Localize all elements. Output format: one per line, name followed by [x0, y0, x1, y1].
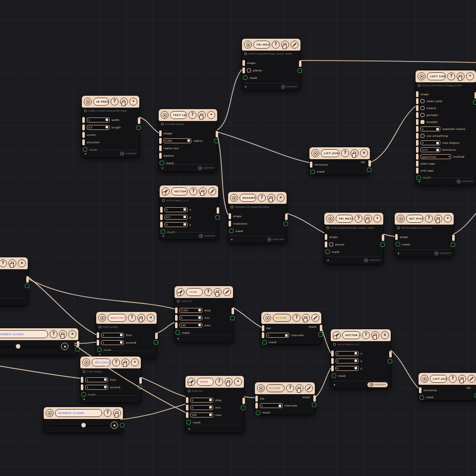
field-pin-icon[interactable]	[355, 367, 357, 369]
output-port[interactable]	[215, 215, 220, 220]
node-in-preset-get[interactable]: IN PRESET GET ? • makes a preset sized p…	[82, 96, 139, 157]
pin-button[interactable]: •	[444, 215, 452, 223]
wire-c-to-g[interactable]	[217, 134, 228, 215]
mask-port[interactable]	[243, 75, 247, 80]
closed-checkbox[interactable]	[420, 106, 424, 110]
node-header[interactable]: RESAMPLE ? ×	[228, 192, 287, 204]
output-port[interactable]	[298, 68, 302, 73]
x-field[interactable]: 0	[336, 351, 358, 356]
wire-edge-to-p[interactable]	[0, 366, 80, 378]
periodic-checkbox[interactable]	[420, 113, 424, 117]
wire-n-to-o[interactable]	[321, 327, 331, 353]
help-button[interactable]: ?	[447, 72, 455, 80]
copy-button[interactable]	[364, 215, 372, 223]
input-slot[interactable]	[160, 207, 163, 213]
node-header[interactable]: GROUP IN ? ×	[0, 257, 28, 269]
output-port[interactable]	[154, 340, 158, 345]
input-slot[interactable]	[159, 153, 162, 159]
node-header[interactable]: VECTOR IN ?	[160, 185, 218, 197]
input-slot[interactable]	[242, 67, 245, 73]
collapse-arrow[interactable]: ▾	[85, 152, 86, 155]
node-vector-in-2[interactable]: VECTOR IN ? × vector.make(x, y, z) 0x 0y…	[331, 329, 391, 388]
slider-track[interactable]	[2, 346, 59, 348]
wire-j-to-l[interactable]	[28, 277, 96, 335]
field-pin-icon[interactable]	[198, 316, 201, 319]
output-port[interactable]	[473, 100, 476, 105]
node-trim-1[interactable]: TRIM ? math.trim 0.001step 0min 100max m…	[175, 286, 233, 342]
wire-m-to-n[interactable]	[233, 307, 261, 327]
input-slot[interactable]	[82, 117, 85, 123]
node-remap-2[interactable]: REMAP ? list 1intervals mask result	[255, 382, 315, 415]
help-button[interactable]: ?	[449, 375, 457, 383]
output-slot[interactable]	[368, 160, 371, 167]
input-slot[interactable]	[331, 358, 334, 364]
use-smoothing-checkbox[interactable]	[420, 134, 424, 138]
pin-button[interactable]: •	[466, 72, 474, 80]
help-button[interactable]: ?	[272, 41, 280, 49]
collapse-arrow[interactable]: ▾	[163, 235, 164, 238]
copy-button[interactable]	[225, 378, 233, 386]
copy-button[interactable]	[458, 375, 466, 383]
close-button[interactable]: ×	[381, 331, 389, 339]
wire-g-to-h[interactable]	[287, 213, 324, 233]
make-solid-checkbox[interactable]	[420, 99, 424, 103]
help-button[interactable]: ?	[50, 330, 58, 338]
input-slot[interactable]	[310, 162, 312, 168]
output-slot[interactable]	[216, 131, 218, 137]
output-port[interactable]	[241, 406, 245, 410]
node-set-pivot-base[interactable]: SET PIVOT BASE ? • sets the shape pivot …	[395, 213, 454, 257]
output-slot[interactable]	[155, 333, 158, 339]
wire-j-to-m[interactable]	[28, 279, 175, 309]
input-slot[interactable]	[82, 132, 85, 138]
wire-p-to-q[interactable]	[141, 377, 185, 397]
node-header[interactable]: NUMBER SLIDER ? ×	[0, 328, 78, 340]
field-pin-icon[interactable]	[187, 139, 190, 142]
output-port[interactable]	[451, 242, 455, 247]
node-title[interactable]: REMAP	[273, 314, 291, 322]
wire-e-to-d[interactable]	[370, 106, 416, 163]
help-button[interactable]: ?	[188, 111, 196, 119]
output-slot[interactable]	[26, 276, 29, 283]
y-field[interactable]: 0.5	[165, 215, 187, 220]
node-header[interactable]: TRIM ? •	[185, 376, 244, 388]
close-button[interactable]: ×	[277, 194, 285, 202]
copy-button[interactable]	[214, 288, 222, 296]
node-title[interactable]: SET PIVOT BASE	[406, 215, 423, 223]
wire-c-to-a[interactable]	[217, 69, 242, 130]
input-slot[interactable]	[81, 384, 83, 390]
node-header[interactable]: LIST JOIN ?	[418, 373, 476, 385]
x-field[interactable]: 0	[165, 207, 187, 212]
separate-seams-field[interactable]: 1	[420, 126, 440, 131]
node-multiply-1[interactable]: MULTIPLY ? × math.multiply 2first 1secon…	[96, 312, 157, 358]
field-pin-icon[interactable]	[183, 208, 186, 211]
input-slot[interactable]	[97, 340, 99, 346]
input-slot[interactable]	[416, 133, 418, 139]
copy-button[interactable]	[113, 409, 121, 417]
node-tri-mesh-get-1[interactable]: TRI MESH GET ? mesh.triangulate(shape, p…	[242, 39, 300, 90]
copy-button[interactable]	[198, 111, 206, 119]
copy-button[interactable]	[267, 194, 275, 202]
wire-r-to-o[interactable]	[315, 368, 331, 398]
node-header[interactable]: LIST JOIN ? ×	[309, 147, 370, 159]
intervals-field[interactable]: 1	[266, 333, 289, 338]
wire-i-out-right[interactable]	[454, 212, 476, 234]
help-button[interactable]: ?	[104, 409, 112, 417]
collapse-arrow[interactable]: ▾	[231, 238, 233, 241]
copy-button[interactable]	[371, 331, 379, 339]
second-field[interactable]: 1	[85, 385, 108, 390]
edit-button[interactable]	[311, 314, 319, 322]
collapse-arrow[interactable]: ▾	[178, 337, 179, 340]
help-button[interactable]: ?	[215, 378, 223, 386]
field-pin-icon[interactable]	[209, 414, 212, 416]
second-field[interactable]: 1	[101, 340, 124, 345]
input-slot[interactable]	[416, 98, 418, 104]
input-slot[interactable]	[416, 161, 418, 167]
pin-button[interactable]: •	[207, 111, 215, 119]
help-button[interactable]: ?	[341, 149, 349, 157]
input-slot[interactable]	[416, 168, 418, 174]
node-title[interactable]: TRIM	[197, 378, 214, 386]
field-pin-icon[interactable]	[209, 406, 212, 409]
wire-a-out-right[interactable]	[300, 60, 476, 62]
output-slot[interactable]	[299, 60, 301, 67]
node-title[interactable]: NUMBER SLIDER	[0, 330, 48, 338]
